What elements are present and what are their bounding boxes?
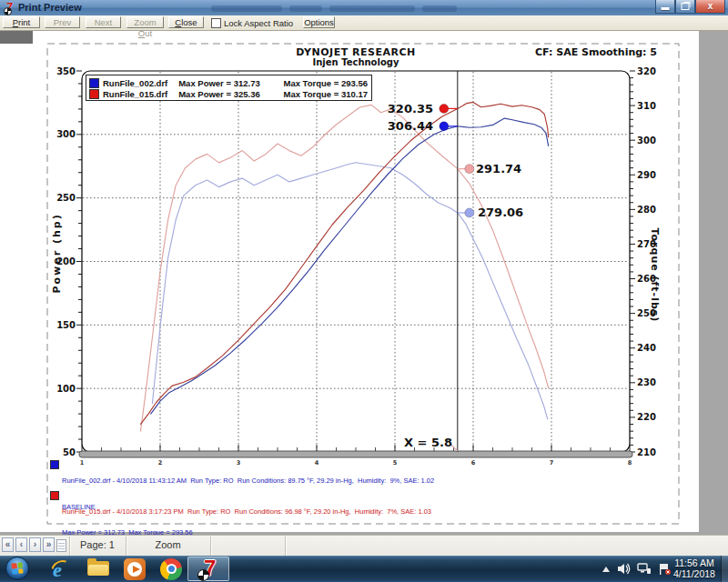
taskbar-dynojet-winpep-active[interactable]: 7	[187, 557, 229, 581]
legend-max-power: Max Power = 312.73	[178, 78, 283, 88]
readout-torque-blue: 279.06	[478, 206, 523, 219]
clock-date: 4/11/2018	[667, 568, 722, 579]
titlebar-ghost-text	[422, 5, 457, 12]
zoom-indicator: Zoom	[126, 539, 209, 550]
run1-color-chip	[50, 460, 59, 469]
taskbar-clock[interactable]: 11:56 AM 4/11/2018	[667, 557, 722, 579]
run2-color-chip	[50, 491, 59, 500]
system-tray	[602, 557, 672, 581]
svg-text:280: 280	[637, 205, 656, 215]
legend-color-chip-blue	[89, 78, 99, 88]
legend-file-name: RunFile_015.drf	[103, 89, 178, 99]
taskbar-chrome[interactable]	[153, 557, 189, 581]
cursor-x-value-label: X = 5.8	[364, 436, 452, 449]
taskbar-internet-explorer[interactable]: e	[44, 557, 80, 581]
minimize-button[interactable]	[655, 0, 675, 14]
titlebar-ghost-text	[329, 5, 415, 12]
toolbar: Print Prev Next Zoom Out Close Lock Aspe…	[0, 15, 728, 31]
statusbar-separator	[210, 537, 211, 556]
titlebar-ghost-text	[289, 5, 322, 12]
legend-max-power: Max Power = 325.36	[178, 89, 283, 99]
svg-text:300: 300	[637, 135, 656, 146]
screen: 3503002502001501005032031030029028027026…	[0, 0, 728, 582]
readout-power-red: 320.35	[346, 102, 433, 115]
restore-button[interactable]	[675, 0, 695, 14]
window-title: Print Preview	[18, 2, 82, 13]
svg-text:250: 250	[56, 193, 76, 203]
options-button[interactable]: Options	[303, 16, 335, 28]
readout-torque-red: 291.74	[476, 162, 521, 176]
show-desktop-button[interactable]	[721, 556, 728, 582]
page-setup-icon[interactable]	[56, 539, 66, 552]
volume-icon[interactable]	[617, 563, 631, 575]
svg-text:220: 220	[637, 412, 656, 422]
chart-correction-smoothing: CF: SAE Smoothing: 5	[428, 46, 657, 58]
dynojet-winpep-icon: 7	[197, 558, 219, 580]
taskbar-windows-explorer[interactable]	[80, 557, 116, 581]
chrome-icon	[160, 558, 182, 580]
readout-power-blue: 306.44	[346, 119, 433, 133]
close-window-button[interactable]: x	[695, 0, 725, 14]
lock-aspect-ratio-checkbox[interactable]	[211, 18, 221, 28]
right-axis-title: Torque (ft-lbs)	[649, 228, 661, 294]
taskbar-media-player[interactable]	[116, 557, 153, 581]
clock-time: 11:56 AM	[667, 557, 722, 568]
status-bar: « ‹ › » Page: 1 Zoom	[0, 535, 728, 557]
first-page-button[interactable]: «	[2, 537, 14, 552]
legend-row: RunFile_002.drf Max Power = 312.73 Max T…	[89, 77, 368, 88]
preview-corner-block	[0, 30, 33, 44]
svg-text:300: 300	[56, 129, 76, 139]
legend-color-chip-red	[89, 89, 99, 99]
chart-legend: RunFile_002.drf Max Power = 312.73 Max T…	[86, 75, 372, 101]
legend-max-torque: Max Torque = 310.17	[284, 89, 369, 99]
svg-text:7: 7	[550, 459, 554, 467]
page-indicator: Page: 1	[70, 539, 125, 550]
next-button[interactable]: Next	[86, 16, 121, 28]
legend-max-torque: Max Torque = 293.56	[284, 78, 369, 88]
titlebar-ghost-text	[211, 5, 282, 12]
prev-button[interactable]: Prev	[45, 16, 80, 28]
svg-text:350: 350	[56, 66, 76, 76]
close-icon: x	[708, 2, 713, 11]
next-page-button[interactable]: ›	[29, 537, 41, 552]
hidden-icons-caret[interactable]	[602, 566, 611, 573]
run2-conditions: RunFile_015.drf - 4/10/2018 3:17:23 PM R…	[62, 507, 431, 517]
prev-page-button[interactable]: ‹	[15, 537, 27, 552]
svg-text:100: 100	[56, 384, 76, 394]
svg-text:240: 240	[637, 343, 656, 353]
svg-text:290: 290	[637, 170, 656, 180]
windows-logo-icon	[11, 562, 23, 574]
network-icon[interactable]	[637, 563, 652, 575]
zoom-out-button[interactable]: Zoom Out	[126, 16, 164, 28]
lock-aspect-ratio-label: Lock Aspect Ratio	[224, 18, 293, 28]
legend-row: RunFile_015.drf Max Power = 325.36 Max T…	[89, 88, 368, 99]
run1-conditions: RunFile_002.drf - 4/10/2018 11:43:12 AM …	[62, 477, 434, 486]
svg-text:150: 150	[56, 320, 76, 330]
start-button[interactable]	[5, 557, 29, 580]
chart-subtitle: Injen Technology	[82, 57, 630, 67]
print-button[interactable]: Print	[3, 16, 40, 28]
svg-text:230: 230	[637, 377, 656, 387]
legend-file-name: RunFile_002.drf	[103, 78, 178, 88]
restore-icon	[682, 3, 690, 10]
folder-icon	[87, 561, 109, 576]
svg-text:210: 210	[637, 447, 656, 457]
title-bar[interactable]: 7 Print Preview x	[0, 0, 728, 16]
last-page-button[interactable]: »	[43, 537, 55, 552]
svg-text:310: 310	[637, 101, 656, 111]
close-preview-button[interactable]: Close	[168, 16, 204, 28]
svg-text:50: 50	[63, 447, 76, 457]
media-player-icon	[124, 558, 146, 580]
svg-text:6: 6	[471, 459, 476, 467]
svg-text:320: 320	[637, 66, 656, 76]
left-axis-title: Power (hp)	[51, 228, 63, 294]
minimize-icon	[662, 7, 670, 10]
app-icon: 7	[4, 2, 15, 14]
svg-text:8: 8	[628, 459, 632, 467]
statusbar-separator	[285, 537, 286, 556]
